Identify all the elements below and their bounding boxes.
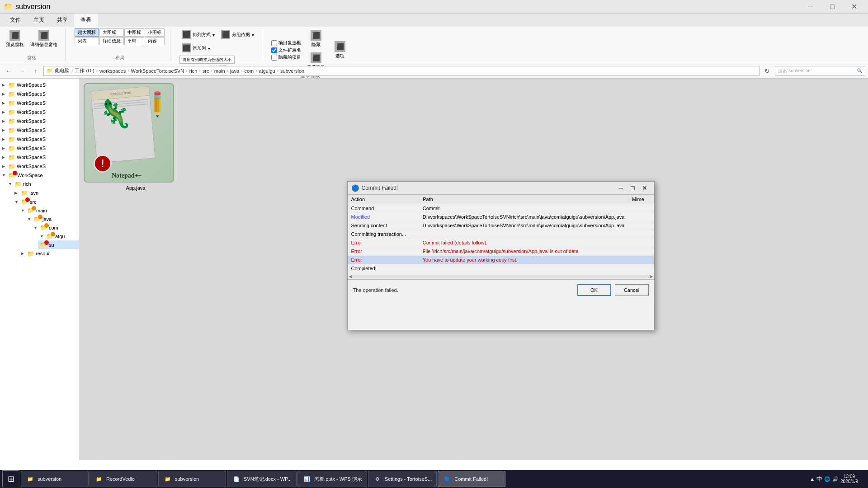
sort-by-btn[interactable]: ⬛ 排列方式▾ bbox=[179, 28, 217, 41]
mime-cell bbox=[628, 204, 654, 213]
preview-icon: ⬛ bbox=[9, 30, 20, 41]
taskbar-ppt-icon: 📊 bbox=[302, 474, 311, 483]
tray-arrow[interactable]: ▲ bbox=[810, 476, 815, 482]
path-cell bbox=[419, 230, 628, 239]
sidebar-item-com[interactable]: ▼ 📁 com bbox=[32, 223, 79, 232]
action-cell: Committing transaction... bbox=[348, 230, 419, 239]
sidebar-item-workspace6[interactable]: ▶ 📁 WorkSpaceS bbox=[0, 126, 79, 135]
minimize-button[interactable]: ─ bbox=[800, 0, 821, 14]
taskbar-folder-icon3: 📁 bbox=[163, 474, 172, 483]
clock[interactable]: 13:09 2020/1/9 bbox=[840, 474, 858, 484]
table-row-error2: Error File '/rich/src/main/java/com/atgu… bbox=[348, 247, 654, 256]
action-cell: Sending content bbox=[348, 221, 419, 230]
close-button[interactable]: ✕ bbox=[844, 0, 864, 14]
scrollbar-track[interactable] bbox=[352, 275, 650, 278]
sidebar-item-workspace7[interactable]: ▶ 📁 WorkSpaceS bbox=[0, 135, 79, 144]
sidebar-item-rich[interactable]: ▼ 📁 rich bbox=[6, 179, 79, 188]
content-btn[interactable]: 内容 bbox=[145, 37, 165, 45]
title-bar-controls: ─ □ ✕ bbox=[800, 0, 864, 14]
tab-view[interactable]: 查看 bbox=[74, 14, 98, 27]
sidebar-item-java[interactable]: ▼ 📁 java bbox=[25, 215, 79, 223]
cancel-button[interactable]: Cancel bbox=[615, 284, 649, 296]
sidebar-item-workspace4[interactable]: ▶ 📁 WorkSpaceS bbox=[0, 108, 79, 117]
sidebar-item-workspace8[interactable]: ▶ 📁 WorkSpaceS bbox=[0, 144, 79, 153]
group-by-btn[interactable]: ⬛ 分组依据▾ bbox=[219, 28, 256, 41]
dialog-scroll-area: Action Path Mime Command Commit bbox=[348, 194, 654, 280]
sidebar-item-workspace1[interactable]: ▶ 📁 WorkSpaceS bbox=[0, 80, 79, 89]
folder-icon: 📁 bbox=[8, 145, 15, 152]
sidebar-item-svn[interactable]: ▶ 📁 .svn bbox=[13, 188, 79, 197]
commit-failed-dialog: 🔵 Commit Failed! ─ □ ✕ Action bbox=[347, 181, 655, 330]
medium-icon-btn[interactable]: 中图标 bbox=[124, 28, 144, 37]
search-box[interactable]: 搜索"subversion" 🔍 bbox=[775, 66, 865, 76]
ok-button[interactable]: OK bbox=[577, 284, 611, 296]
large-icon-btn[interactable]: 大图标 bbox=[99, 28, 124, 37]
add-column-btn[interactable]: ⬛ 添加列▾ bbox=[179, 42, 212, 55]
back-button[interactable]: ← bbox=[3, 65, 14, 77]
tab-file[interactable]: 文件 bbox=[4, 14, 27, 27]
ime-indicator[interactable]: 中 bbox=[816, 475, 822, 483]
folder-icon: 📁 bbox=[8, 108, 15, 116]
sidebar-item-src[interactable]: ▼ 📁 src bbox=[13, 197, 79, 206]
table-row: Sending content D:\workspaces\WorkSpaceT… bbox=[348, 221, 654, 230]
maximize-button[interactable]: □ bbox=[822, 0, 843, 14]
hidden-items-check[interactable] bbox=[271, 55, 277, 61]
up-button[interactable]: ↑ bbox=[30, 65, 42, 77]
details-icon: ⬛ bbox=[38, 30, 49, 41]
forward-button[interactable]: → bbox=[16, 65, 28, 77]
item-checkbox-check[interactable] bbox=[271, 40, 277, 46]
fit-columns-btn[interactable]: 将所有列调整为合适的大小 bbox=[179, 56, 235, 64]
sidebar-item-main[interactable]: ▼ 📁 main bbox=[19, 206, 79, 215]
tiles-btn[interactable]: 平铺 bbox=[124, 37, 144, 45]
horizontal-scrollbar[interactable]: ◀ ▶ bbox=[348, 273, 654, 279]
sidebar-item-workspace9[interactable]: ▶ 📁 WorkSpaceS bbox=[0, 153, 79, 162]
preview-pane-button[interactable]: ⬛ 预览窗格 bbox=[4, 28, 26, 49]
taskbar-item-commitfailed[interactable]: 🔵 Commit Failed! bbox=[438, 471, 505, 487]
path-cell: Commit failed (details follow): bbox=[419, 239, 628, 247]
small-icon-btn[interactable]: 小图标 bbox=[145, 28, 165, 37]
sidebar-item-workspace10[interactable]: ▶ 📁 WorkSpaceS bbox=[0, 162, 79, 171]
dialog-close[interactable]: ✕ bbox=[639, 183, 651, 193]
options-icon: ⬛ bbox=[335, 41, 345, 52]
taskbar-item-recordvedio[interactable]: 📁 RecordVedio bbox=[90, 471, 157, 487]
sidebar-item-workspace2[interactable]: ▶ 📁 WorkSpaceS bbox=[0, 89, 79, 99]
sidebar-item-atgu[interactable]: ▼ 📁 atgu bbox=[38, 232, 79, 240]
taskbar-folder-icon1: 📁 bbox=[26, 474, 35, 483]
details-pane-button[interactable]: ⬛ 详细信息窗格 bbox=[28, 28, 60, 49]
list-btn[interactable]: 列表 bbox=[75, 37, 99, 45]
start-button[interactable]: ⊞ bbox=[2, 470, 20, 488]
tab-share[interactable]: 共享 bbox=[51, 14, 74, 27]
sidebar-item-workspace-main[interactable]: ▼ 📁 WorkSpace bbox=[0, 171, 79, 179]
mime-cell bbox=[628, 256, 654, 264]
dialog-minimize[interactable]: ─ bbox=[615, 183, 627, 193]
extra-large-icon-btn[interactable]: 超大图标 bbox=[75, 28, 99, 37]
address-path[interactable]: 📁 此电脑 › 工作 (D:) › workspaces › WorkSpace… bbox=[43, 66, 760, 76]
file-ext-check[interactable] bbox=[271, 47, 277, 53]
show-desktop-btn[interactable] bbox=[860, 470, 863, 488]
taskbar-item-subversion2[interactable]: 📁 subversion bbox=[158, 471, 226, 487]
search-icon: 🔍 bbox=[857, 68, 862, 73]
hide-btn[interactable]: ⬛ 隐藏 bbox=[305, 28, 327, 49]
content-area: notepad lines 🦎 ✏️ ! Notepad++ App.java bbox=[79, 79, 868, 478]
mime-cell bbox=[628, 230, 654, 239]
details-btn[interactable]: 详细信息 bbox=[99, 37, 124, 45]
taskbar-item-settings[interactable]: ⚙ Settings - TortoiseS... bbox=[368, 471, 437, 487]
dialog-maximize[interactable]: □ bbox=[627, 183, 639, 193]
sidebar-item-subversion[interactable]: 📁 su bbox=[38, 240, 79, 249]
sidebar-item-workspace3[interactable]: ▶ 📁 WorkSpaceS bbox=[0, 99, 79, 108]
taskbar-item-wps[interactable]: 📊 黑板.pptx - WPS 演示 bbox=[297, 471, 367, 487]
mime-cell bbox=[628, 213, 654, 221]
refresh-button[interactable]: ↻ bbox=[761, 65, 773, 77]
taskbar-item-svndoc[interactable]: 📄 SVN笔记.docx - WP... bbox=[227, 471, 297, 487]
taskbar-commit-icon: 🔵 bbox=[443, 474, 452, 483]
options-btn[interactable]: ⬛ 选项 bbox=[331, 40, 349, 61]
col-action: Action bbox=[348, 195, 419, 204]
folder-icon: 📁 bbox=[8, 136, 15, 143]
taskbar-item-subversion1[interactable]: 📁 subversion bbox=[21, 471, 89, 487]
table-row-error3-selected[interactable]: Error You have to update your working co… bbox=[348, 256, 654, 264]
sidebar-item-resources[interactable]: ▶ 📁 resour bbox=[19, 249, 79, 258]
volume-icon: 🔊 bbox=[832, 476, 839, 482]
sidebar-item-workspace5[interactable]: ▶ 📁 WorkSpaceS bbox=[0, 117, 79, 126]
folder-icon: 📁 bbox=[14, 180, 22, 188]
tab-home[interactable]: 主页 bbox=[27, 14, 51, 27]
